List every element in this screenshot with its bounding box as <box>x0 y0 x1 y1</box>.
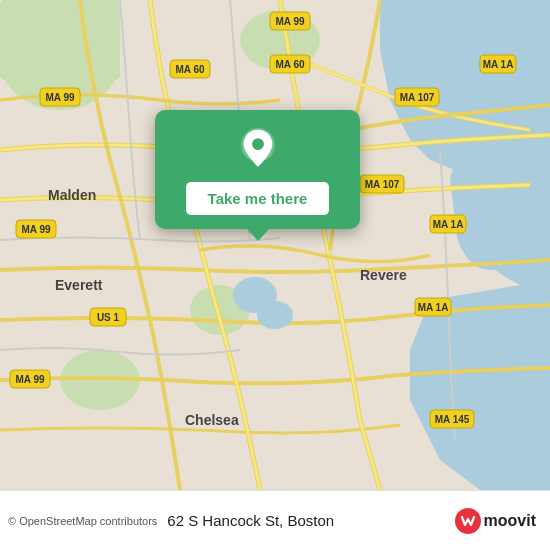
svg-rect-6 <box>0 0 120 80</box>
svg-text:MA 1A: MA 1A <box>418 302 449 313</box>
svg-text:Chelsea: Chelsea <box>185 412 239 428</box>
svg-text:MA 99: MA 99 <box>275 16 305 27</box>
svg-text:MA 99: MA 99 <box>15 374 45 385</box>
map-background: MA 99 MA 60 MA 60 MA 99 MA 107 MA 1A MA … <box>0 0 550 490</box>
location-pin-icon <box>236 128 280 172</box>
svg-text:Everett: Everett <box>55 277 103 293</box>
svg-text:MA 99: MA 99 <box>21 224 51 235</box>
svg-text:Revere: Revere <box>360 267 407 283</box>
address-label: 62 S Hancock St, Boston <box>167 512 453 529</box>
svg-point-41 <box>257 301 293 329</box>
svg-text:Malden: Malden <box>48 187 96 203</box>
svg-text:MA 107: MA 107 <box>365 179 400 190</box>
moovit-logo: moovit <box>454 507 536 535</box>
svg-text:MA 1A: MA 1A <box>483 59 514 70</box>
moovit-logo-text: moovit <box>484 512 536 530</box>
svg-text:MA 60: MA 60 <box>175 64 205 75</box>
moovit-logo-icon <box>454 507 482 535</box>
bottom-bar: © OpenStreetMap contributors 62 S Hancoc… <box>0 490 550 550</box>
svg-text:MA 145: MA 145 <box>435 414 470 425</box>
osm-credit: © OpenStreetMap contributors <box>8 515 157 527</box>
take-me-there-button[interactable]: Take me there <box>186 182 330 215</box>
map-container: MA 99 MA 60 MA 60 MA 99 MA 107 MA 1A MA … <box>0 0 550 490</box>
svg-text:MA 1A: MA 1A <box>433 219 464 230</box>
popup-card: Take me there <box>155 110 360 229</box>
svg-text:MA 60: MA 60 <box>275 59 305 70</box>
svg-text:US 1: US 1 <box>97 312 120 323</box>
svg-text:MA 107: MA 107 <box>400 92 435 103</box>
svg-text:MA 99: MA 99 <box>45 92 75 103</box>
svg-point-44 <box>252 138 264 150</box>
